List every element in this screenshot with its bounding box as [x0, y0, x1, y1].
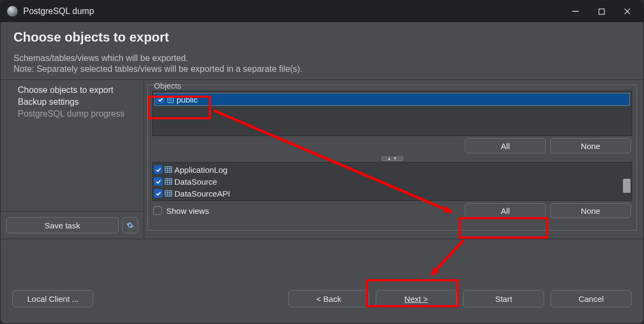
schema-list[interactable]: public — [152, 91, 632, 136]
table-checkbox[interactable] — [154, 189, 162, 198]
wizard-footer: Local Client ... < Back Next > Start Can… — [1, 274, 643, 323]
table-item-label: DataSource — [174, 177, 217, 186]
table-all-button[interactable]: All — [465, 203, 546, 218]
schema-icon — [167, 96, 174, 103]
check-icon — [158, 97, 164, 103]
table-item-label: DataSourceAPI — [174, 189, 230, 198]
svg-rect-18 — [165, 191, 172, 197]
page-title: Choose objects to export — [13, 30, 631, 45]
maximize-button[interactable] — [588, 1, 614, 22]
table-none-button[interactable]: None — [550, 203, 631, 218]
schema-item-label: public — [177, 95, 198, 104]
wizard-header: Choose objects to export Schemas/tables/… — [1, 22, 643, 79]
list-splitter[interactable]: ▲▼ — [152, 156, 632, 162]
schema-select-row: All None — [152, 136, 632, 156]
svg-rect-8 — [165, 167, 172, 173]
cancel-button[interactable]: Cancel — [551, 290, 632, 307]
save-task-options-button[interactable] — [122, 217, 138, 233]
start-button[interactable]: Start — [463, 290, 544, 307]
step-backup-settings[interactable]: Backup settings — [1, 96, 144, 108]
table-list[interactable]: ApplicationLog DataSource DataSourceAPI — [152, 162, 632, 201]
window-root: PostgreSQL dump Choose objects to export… — [0, 0, 644, 324]
table-item[interactable]: ApplicationLog — [153, 164, 632, 176]
objects-panel: Objects public All None — [144, 80, 643, 239]
back-button[interactable]: < Back — [288, 290, 369, 307]
table-item-label: ApplicationLog — [174, 165, 227, 174]
close-button[interactable] — [614, 1, 640, 22]
check-icon — [155, 179, 161, 185]
page-desc-2: Note: Separately selected tables/views w… — [13, 64, 631, 74]
table-icon — [165, 178, 172, 185]
step-progress: PostgreSQL dump progress — [1, 108, 144, 120]
table-item[interactable]: DataSourceAPI — [153, 187, 632, 199]
table-icon — [165, 190, 172, 197]
svg-line-25 — [431, 240, 464, 275]
step-choose-objects[interactable]: Choose objects to export — [1, 84, 144, 96]
gear-icon — [126, 221, 134, 229]
minimize-button[interactable] — [562, 1, 588, 22]
window-controls — [562, 1, 640, 22]
svg-rect-1 — [599, 9, 604, 14]
schema-all-button[interactable]: All — [465, 138, 546, 153]
schema-item-public[interactable]: public — [155, 93, 629, 105]
schema-none-button[interactable]: None — [550, 138, 631, 153]
show-views-label: Show views — [166, 206, 209, 215]
check-icon — [155, 191, 161, 197]
table-list-scrollbar[interactable] — [623, 164, 631, 199]
svg-rect-13 — [165, 179, 172, 185]
table-checkbox[interactable] — [154, 165, 162, 174]
objects-group-label: Objects — [154, 81, 637, 90]
table-options-row: Show views All None — [152, 201, 632, 218]
check-icon — [155, 167, 161, 173]
wizard-body: Choose objects to export Backup settings… — [1, 79, 643, 239]
next-button[interactable]: Next > — [376, 290, 457, 307]
table-item[interactable]: DataSource — [153, 176, 632, 187]
window-title: PostgreSQL dump — [23, 6, 94, 16]
table-icon — [165, 166, 172, 173]
wizard-steps: Choose objects to export Backup settings… — [1, 80, 144, 239]
table-checkbox[interactable] — [154, 177, 162, 186]
save-task-button[interactable]: Save task — [6, 217, 119, 233]
titlebar: PostgreSQL dump — [1, 1, 643, 22]
app-icon — [7, 6, 18, 17]
page-desc-1: Schemas/tables/views which will be expor… — [13, 53, 631, 63]
show-views-checkbox[interactable] — [153, 206, 162, 215]
schema-checkbox[interactable] — [156, 95, 165, 104]
objects-group-box: public All None ▲▼ Applica — [147, 85, 637, 231]
local-client-button[interactable]: Local Client ... — [12, 290, 93, 307]
